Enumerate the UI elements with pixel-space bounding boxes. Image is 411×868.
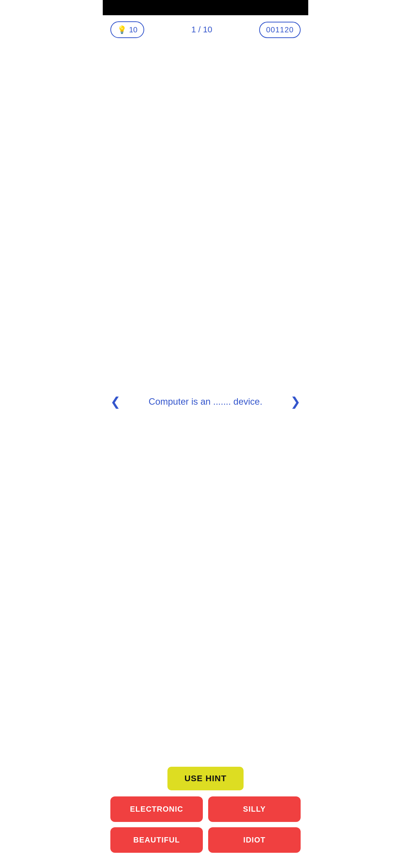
answer-electronic[interactable]: ELECTRONIC (110, 796, 203, 822)
score-badge: 001120 (259, 22, 301, 38)
next-button[interactable]: ❯ (287, 391, 304, 413)
status-bar (103, 0, 308, 15)
prev-button[interactable]: ❮ (107, 391, 124, 413)
bottom-section: USE HINT ELECTRONIC SILLY BEAUTIFUL IDIO… (103, 759, 308, 868)
answer-idiot[interactable]: IDIOT (208, 827, 301, 853)
answer-silly[interactable]: SILLY (208, 796, 301, 822)
progress-indicator: 1 / 10 (191, 25, 212, 35)
question-area: ❮ Computer is an ....... device. ❯ (103, 44, 308, 759)
question-text: Computer is an ....... device. (126, 395, 285, 408)
bulb-icon: 💡 (117, 25, 127, 34)
hints-count: 10 (129, 26, 137, 34)
header: 💡 10 1 / 10 001120 (103, 15, 308, 44)
answer-beautiful[interactable]: BEAUTIFUL (110, 827, 203, 853)
use-hint-button[interactable]: USE HINT (167, 767, 244, 790)
hints-badge: 💡 10 (110, 21, 144, 38)
answers-grid: ELECTRONIC SILLY BEAUTIFUL IDIOT (110, 796, 301, 853)
